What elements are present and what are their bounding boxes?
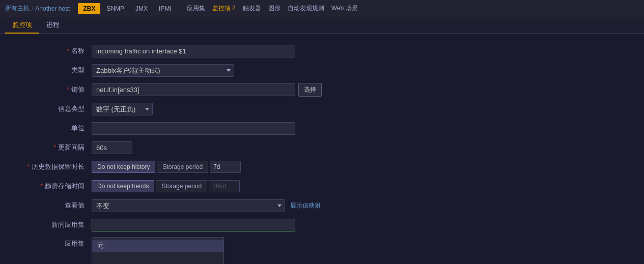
input-trends-period[interactable] bbox=[209, 180, 240, 192]
row-history: 历史数据保留时长 Do not keep history Storage per… bbox=[20, 160, 644, 174]
breadcrumb-home[interactable]: 所有主机 bbox=[5, 4, 30, 13]
key-group: 选择 bbox=[92, 83, 322, 97]
label-key: 键值 bbox=[20, 85, 92, 94]
second-tab-bar: 监控项 进程 bbox=[0, 17, 644, 34]
nav-monitor[interactable]: 监控项 2 bbox=[212, 4, 236, 13]
list-item[interactable]: 元- bbox=[92, 240, 223, 252]
tab-snmp[interactable]: SNMP bbox=[101, 3, 129, 14]
row-interval: 更新间隔 bbox=[20, 140, 644, 155]
label-new-app: 新的应用集 bbox=[20, 220, 92, 229]
type-group: Zabbix客户端(主动式) bbox=[92, 64, 234, 77]
label-type: 类型 bbox=[20, 66, 92, 75]
nav-triggers[interactable]: 触发器 bbox=[243, 4, 261, 13]
row-new-app: 新的应用集 bbox=[20, 218, 644, 232]
row-trends: 趋势存储时间 Do not keep trends Storage period bbox=[20, 179, 644, 193]
input-new-app[interactable] bbox=[92, 219, 295, 231]
label-interval: 更新间隔 bbox=[20, 143, 92, 152]
main-nav-links: 应用集 监控项 2 触发器 图形 自动发现规则 Web 场景 bbox=[187, 4, 358, 13]
nav-apps[interactable]: 应用集 bbox=[187, 4, 205, 13]
input-interval[interactable] bbox=[92, 141, 132, 154]
tab-ipmi[interactable]: IPMI bbox=[154, 3, 177, 14]
input-key[interactable] bbox=[92, 83, 295, 96]
label-info-type: 信息类型 bbox=[20, 104, 92, 113]
label-apps: 应用集 bbox=[20, 237, 92, 248]
select-lookup[interactable]: 不变 bbox=[92, 199, 285, 212]
nav-web[interactable]: Web 场景 bbox=[331, 4, 358, 13]
tab-process[interactable]: 进程 bbox=[39, 17, 67, 34]
label-unit: 单位 bbox=[20, 124, 92, 133]
row-name: 名称 bbox=[20, 44, 644, 58]
btn-key-select[interactable]: 选择 bbox=[298, 83, 322, 97]
input-name[interactable] bbox=[92, 45, 295, 57]
lookup-group: 不变 展示值映射 bbox=[92, 199, 323, 212]
input-history-period[interactable] bbox=[210, 161, 241, 173]
row-key: 键值 选择 bbox=[20, 82, 644, 97]
tab-items[interactable]: 监控项 bbox=[5, 17, 39, 34]
trends-controls: Do not keep trends Storage period bbox=[92, 180, 240, 192]
row-type: 类型 Zabbix客户端(主动式) bbox=[20, 63, 644, 77]
btn-no-keep-history[interactable]: Do not keep history bbox=[92, 161, 155, 173]
main-form: 名称 类型 Zabbix客户端(主动式) 键值 选择 信息类型 数字 (无正负)… bbox=[0, 34, 644, 264]
nav-discovery[interactable]: 自动发现规则 bbox=[288, 4, 324, 13]
app-list[interactable]: 元- bbox=[92, 237, 224, 264]
row-info-type: 信息类型 数字 (无正负) bbox=[20, 102, 644, 116]
label-history: 历史数据保留时长 bbox=[20, 162, 92, 171]
label-name: 名称 bbox=[20, 46, 92, 55]
input-unit[interactable] bbox=[92, 122, 295, 135]
btn-show-value-map[interactable]: 展示值映射 bbox=[288, 201, 323, 210]
breadcrumb-current[interactable]: Another host bbox=[35, 5, 70, 12]
nav-graphs[interactable]: 图形 bbox=[268, 4, 281, 13]
select-type[interactable]: Zabbix客户端(主动式) bbox=[92, 64, 234, 77]
breadcrumb-sep: / bbox=[32, 5, 33, 12]
select-info-type[interactable]: 数字 (无正负) bbox=[92, 103, 153, 115]
label-trends: 趋势存储时间 bbox=[20, 182, 92, 191]
label-lookup: 查看值 bbox=[20, 201, 92, 210]
history-storage-label: Storage period bbox=[157, 161, 208, 173]
breadcrumb: 所有主机 / Another host bbox=[5, 4, 70, 13]
tab-jmx[interactable]: JMX bbox=[130, 3, 153, 14]
btn-no-keep-trends[interactable]: Do not keep trends bbox=[92, 180, 154, 192]
top-nav-bar: 所有主机 / Another host ZBX SNMP JMX IPMI 应用… bbox=[0, 0, 644, 17]
trends-storage-label: Storage period bbox=[156, 180, 207, 192]
row-unit: 单位 bbox=[20, 121, 644, 135]
history-controls: Do not keep history Storage period bbox=[92, 161, 241, 173]
row-apps: 应用集 元- bbox=[20, 237, 644, 264]
row-lookup: 查看值 不变 展示值映射 bbox=[20, 198, 644, 213]
protocol-tabs: ZBX SNMP JMX IPMI bbox=[78, 3, 176, 14]
tab-zbx[interactable]: ZBX bbox=[78, 3, 100, 14]
